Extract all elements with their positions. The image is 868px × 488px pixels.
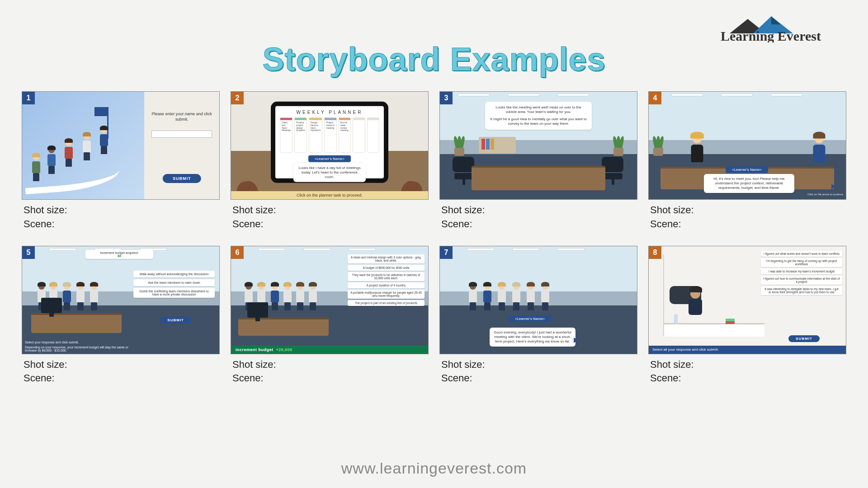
learner-name-tag: <Learner's Name> <box>509 315 551 322</box>
panel-5-budget-value: $0 <box>87 254 151 258</box>
panel-number-badge: 8 <box>649 246 661 259</box>
scene-label: Scene: <box>441 371 637 385</box>
shot-size-label: Shot size: <box>24 203 220 217</box>
shot-size-label: Shot size: <box>232 203 429 217</box>
learner-name-tag: <Learner's Name> <box>308 155 351 162</box>
panel-8-items: I figured out what works and doesn't wor… <box>761 251 842 296</box>
panel-1-prompt: Please enter your name and click submit. <box>151 112 213 122</box>
panel-3-line2: It might be a good idea to mentally go o… <box>490 117 587 126</box>
panel-3-frame: 3 Looks like the meeting went well! Head… <box>439 91 637 200</box>
brand-logo: Learning Everest <box>721 13 843 42</box>
planner-column[interactable]: End-of-week review meeting <box>339 117 351 153</box>
planner-column[interactable] <box>353 117 365 153</box>
option-item[interactable]: A project duration of 4 months <box>348 282 425 288</box>
planner-columns: Client and Team MeetingsFinalize project… <box>280 117 379 153</box>
panel-5-submit-button[interactable]: SUBMIT <box>160 317 191 324</box>
panel-number-badge: 7 <box>440 246 453 259</box>
panel-6-frame: 6 A clean and minimal design with 3 colo… <box>231 246 429 354</box>
planner-column[interactable]: Client and Team Meetings <box>280 117 292 153</box>
panel-1-frame: 1 Please enter your name and click submi… <box>22 91 220 200</box>
panel-8-submit-button[interactable]: SUBMIT <box>788 335 820 342</box>
website-url: www.learningeverest.com <box>0 460 868 477</box>
option-item[interactable]: I figured out what works and doesn't wor… <box>761 251 842 257</box>
panel-number-badge: 3 <box>440 92 453 104</box>
panel-2: 2 WEEKLY PLANNER Client and Team Meeting… <box>231 91 429 231</box>
option-item[interactable]: I'm beginning to get the hang of coming … <box>761 258 842 267</box>
option-item[interactable]: Walk away without acknowledging the disc… <box>133 271 215 277</box>
shot-size-label: Shot size: <box>441 358 637 372</box>
option-item[interactable]: Guide the conflicting team members elsew… <box>133 288 215 298</box>
planner-title: WEEKLY PLANNER <box>280 110 379 115</box>
shot-size-label: Shot size: <box>24 358 220 372</box>
option-item[interactable]: It was interesting to delegate tasks to … <box>761 286 842 295</box>
shot-size-label: Shot size: <box>650 203 846 217</box>
panel-4-frame: 4 <Learner's Name> Hi, it's nice to meet… <box>648 91 846 200</box>
option-item[interactable]: A clean and minimal design with 3 color … <box>348 254 425 263</box>
panel-number-badge: 6 <box>231 246 244 259</box>
panel-3: 3 Looks like the meeting went well! Head… <box>439 91 637 231</box>
panel-1-submit-button[interactable]: SUBMIT <box>163 174 201 183</box>
option-item[interactable]: Ask the team members to calm down <box>133 279 215 286</box>
panel-3-line1: Looks like the meeting went well! Head o… <box>490 105 587 114</box>
shot-size-label: Shot size: <box>441 203 637 217</box>
scene-label: Scene: <box>441 217 637 231</box>
panel-7-frame: 7 <Learner's Name> Good evening, everybo… <box>439 246 637 354</box>
panel-7-dialog: Good evening, everybody! I just had a wo… <box>490 328 576 347</box>
panel-number-badge: 4 <box>649 92 661 104</box>
panel-8-footer: Select all your response and click submi… <box>649 346 846 354</box>
shot-size-label: Shot size: <box>650 358 846 372</box>
panel-5-foot2: Depending on your response, your increme… <box>22 345 142 354</box>
panel-2-footer: Click on the planner task to proceed. <box>231 191 428 199</box>
scene-label: Scene: <box>650 371 846 385</box>
scene-label: Scene: <box>650 217 846 231</box>
panel-4-cta: Click on the arrow to continue <box>807 193 843 196</box>
panel-8: 8 I figured out what works and doesn't w… <box>648 246 846 386</box>
panel-1-name-input[interactable] <box>151 131 212 138</box>
svg-marker-2 <box>771 16 780 24</box>
option-item[interactable]: The project is part of an existing line … <box>348 300 425 306</box>
panel-4: 4 <Learner's Name> Hi, it's nice to meet… <box>648 91 846 231</box>
planner-column[interactable]: Finalize project design blueprint <box>294 117 307 153</box>
play-arrow-icon[interactable] <box>574 338 578 343</box>
increment-budget-bar: Increment budget+20,000 <box>231 346 428 354</box>
panel-6-items: A clean and minimal design with 3 color … <box>348 254 425 307</box>
option-item[interactable]: I was able to increase my team's increme… <box>761 268 842 274</box>
scene-label: Scene: <box>232 217 429 231</box>
shot-size-label: Shot size: <box>232 358 429 372</box>
storyboard-grid: 1 Please enter your name and click submi… <box>22 91 846 385</box>
planner-column[interactable]: Design hand-to-hand transitions <box>309 117 323 153</box>
scene-label: Scene: <box>232 371 429 385</box>
svg-text:Learning Everest: Learning Everest <box>721 28 821 42</box>
panel-8-frame: 8 I figured out what works and doesn't w… <box>648 246 846 354</box>
option-item[interactable]: A budget of $600,000 for 6000 units <box>348 265 425 271</box>
panel-number-badge: 2 <box>231 92 244 104</box>
page-title: Storyboard Examples <box>22 41 846 78</box>
tablet[interactable]: WEEKLY PLANNER Client and Team MeetingsF… <box>271 102 388 183</box>
panel-5-options: Walk away without acknowledging the disc… <box>133 271 215 300</box>
learner-name-tag: <Learner's Name> <box>726 166 768 173</box>
scene-label: Scene: <box>24 217 220 231</box>
panel-5-foot1: Select your response and click submit. <box>22 340 142 345</box>
option-item[interactable]: A portable multipurpose charger for peop… <box>348 290 425 299</box>
panel-1-form: Please enter your name and click submit.… <box>144 92 219 199</box>
panel-2-dialog: Looks like I have a day full of meetings… <box>293 163 366 182</box>
play-arrow-icon[interactable] <box>831 184 836 189</box>
planner-column[interactable]: Project check-in meeting <box>324 117 336 153</box>
panel-5-frame: 5 Increment budget acquired: $0 Walk awa… <box>22 246 220 354</box>
planner-column[interactable] <box>367 117 379 153</box>
panel-number-badge: 5 <box>22 246 35 259</box>
panel-2-frame: 2 WEEKLY PLANNER Client and Team Meeting… <box>231 91 429 200</box>
option-item[interactable]: They want the products to be delivered i… <box>348 272 425 281</box>
scene-label: Scene: <box>24 371 220 385</box>
panel-5-budget-label: Increment budget acquired: <box>87 251 151 254</box>
scene-illustration <box>22 92 144 199</box>
panel-7: 7 <Learner's Name> Good evening, everybo… <box>439 246 637 386</box>
option-item[interactable]: I figured out how to communicate informa… <box>761 276 842 285</box>
panel-number-badge: 1 <box>22 92 35 104</box>
panel-5: 5 Increment budget acquired: $0 Walk awa… <box>22 246 220 386</box>
panel-1: 1 Please enter your name and click submi… <box>22 91 220 231</box>
panel-4-dialog: Hi, it's nice to meet you, too! Please h… <box>704 174 794 193</box>
panel-6: 6 A clean and minimal design with 3 colo… <box>231 246 429 386</box>
